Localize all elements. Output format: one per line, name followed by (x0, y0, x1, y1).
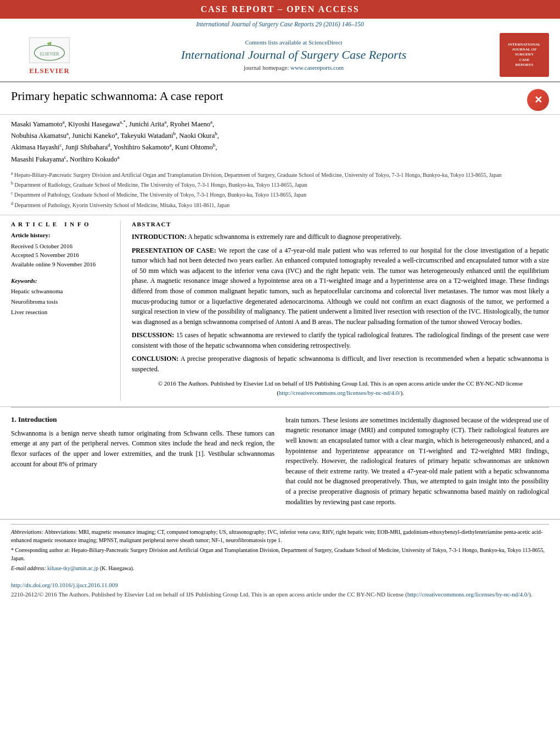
copyright-line: © 2016 The Authors. Published by Elsevie… (132, 379, 549, 398)
article-title: Primary hepatic schwannoma: A case repor… (11, 89, 516, 103)
author-watadani: Takeyuki Watadanib (120, 132, 176, 140)
main-right-column: brain tumors. These lesions are sometime… (285, 415, 549, 511)
abbreviations-footnote: Abbreviations: Abbreviations: MRI, magne… (11, 528, 549, 544)
author-hayashi: Akimasa Hayashic (11, 143, 62, 151)
top-logo-area: 🌿 ELSEVIER ELSEVIER Contents lists avail… (0, 29, 560, 82)
journal-center-info: Contents lists available at ScienceDirec… (88, 39, 500, 71)
journal-right-logo: INTERNATIONALJOURNAL OFSURGERYCASEREPORT… (500, 33, 549, 77)
email-link[interactable]: kihase-tky@umin.ac.jp (47, 565, 98, 571)
received-date: Received 5 October 2016 (11, 242, 112, 251)
homepage-url[interactable]: www.casereports.com (290, 64, 344, 71)
available-date: Available online 9 November 2016 (11, 260, 112, 269)
left-column: A R T I C L E I N F O Article history: R… (11, 221, 121, 401)
author-yamamoto: Masaki Yamamotoa (11, 120, 65, 128)
affiliation-c: c Department of Pathology, Graduate Scho… (11, 190, 549, 199)
article-title-area: Primary hepatic schwannoma: A case repor… (0, 82, 560, 115)
section1-heading: 1. Introduction (11, 415, 275, 424)
author-hasegawa: Kiyoshi Hasegawaa,* (68, 120, 126, 128)
footer-doi: http://dx.doi.org/10.1016/j.ijscr.2016.1… (11, 582, 549, 588)
author-maeno: Ryohei Maenoa (170, 120, 212, 128)
author-okura: Naoki Okurab (179, 132, 217, 140)
author-ohtomo: Kuni Ohtomob (175, 143, 216, 151)
email-footnote: E-mail address: kihase-tky@umin.ac.jp (K… (11, 564, 549, 572)
author-sakamoto: Yoshihiro Sakamotoa (114, 143, 172, 151)
svg-text:🌿: 🌿 (47, 42, 52, 46)
contents-line: Contents lists available at ScienceDirec… (88, 39, 500, 46)
homepage-line: journal homepage: www.casereports.com (88, 64, 500, 71)
footnote-area: Abbreviations: Abbreviations: MRI, magne… (0, 519, 560, 578)
article-history-label: Article history: (11, 232, 112, 238)
authors-area: Masaki Yamamotoa, Kiyoshi Hasegawaa,*, J… (0, 115, 560, 168)
keyword-2: Neurofibroma tosis (11, 297, 112, 307)
keywords-label: Keywords: (11, 277, 112, 284)
header-banner: CASE REPORT – OPEN ACCESS (0, 0, 560, 19)
main-content: 1. Introduction Schwannoma is a benign n… (0, 408, 560, 519)
author-akamatsu: Nobuhisa Akamatsua (11, 132, 69, 140)
author-shibahara: Junji Shibaharad (65, 143, 110, 151)
accepted-date: Accepted 5 November 2016 (11, 250, 112, 260)
author-kokudo: Norihiro Kokudoa (70, 155, 119, 163)
main-left-column: 1. Introduction Schwannoma is a benign n… (11, 415, 275, 511)
banner-text: CASE REPORT – OPEN ACCESS (200, 4, 359, 14)
article-info-section-title: A R T I C L E I N F O (11, 221, 112, 227)
elsevier-text-label: ELSEVIER (29, 66, 70, 75)
footnote-separator (11, 524, 549, 525)
affiliation-b: b Department of Radiology, Graduate Scho… (11, 180, 549, 189)
section1-text-left: Schwannoma is a benign nerve sheath tumo… (11, 428, 275, 469)
right-column-abstract: ABSTRACT INTRODUCTION: A hepatic schwann… (132, 221, 549, 401)
keyword-1: Hepatic schwannoma (11, 286, 112, 297)
abstract-presentation-para: PRESENTATION OF CASE: We report the case… (132, 246, 549, 327)
keywords-section: Keywords: Hepatic schwannoma Neurofibrom… (11, 277, 112, 317)
abstract-conclusion-para: CONCLUSION: A precise preoperative diagn… (132, 354, 549, 374)
doi-link[interactable]: http://dx.doi.org/10.1016/j.ijscr.2016.1… (11, 582, 118, 588)
keyword-3: Liver resection (11, 307, 112, 317)
journal-citation: International Journal of Surgery Case Re… (0, 19, 560, 29)
corresponding-footnote: * Corresponding author at: Hepato-Biliar… (11, 546, 549, 562)
section1-para2: brain tumors. These lesions are sometime… (285, 415, 549, 507)
crossmark-circle: ✕ (527, 89, 549, 111)
author-kaneko: Junichi Kanekoa (72, 132, 117, 140)
abstract-section-title: ABSTRACT (132, 221, 549, 227)
keywords-list: Hepatic schwannoma Neurofibroma tosis Li… (11, 286, 112, 317)
abstract-text: INTRODUCTION: A hepatic schwannoma is ex… (132, 232, 549, 398)
abstract-intro-para: INTRODUCTION: A hepatic schwannoma is ex… (132, 232, 549, 242)
footer-area: http://dx.doi.org/10.1016/j.ijscr.2016.1… (0, 578, 560, 602)
footer-license: 2210-2612/© 2016 The Authors. Published … (11, 590, 549, 599)
sciencedirect-link[interactable]: ScienceDirect (309, 39, 343, 46)
copyright-url[interactable]: http://creativecommons.org/licenses/by-n… (279, 389, 401, 396)
footer-license-url[interactable]: http://creativecommons.org/licenses/by-n… (407, 591, 529, 598)
affiliation-d: d Department of Pathology, Kyorin Univer… (11, 200, 549, 209)
crossmark-logo[interactable]: ✕ (527, 89, 549, 111)
svg-text:ELSEVIER: ELSEVIER (40, 51, 59, 56)
elsevier-symbol-img: 🌿 ELSEVIER (22, 35, 77, 65)
section1-text-right: brain tumors. These lesions are sometime… (285, 415, 549, 507)
article-info-abstract-section: A R T I C L E I N F O Article history: R… (0, 215, 560, 407)
elsevier-logo: 🌿 ELSEVIER ELSEVIER (11, 35, 88, 75)
author-fukayama: Masashi Fukayamac (11, 155, 66, 163)
abstract-discussion-para: DISCUSSION: 15 cases of hepatic schwanno… (132, 330, 549, 350)
affiliation-a: a Hepato-Biliary-Pancreatic Surgery Divi… (11, 170, 549, 179)
journal-title: International Journal of Surgery Case Re… (88, 48, 500, 62)
affiliations-area: a Hepato-Biliary-Pancreatic Surgery Divi… (0, 168, 560, 215)
author-arita: Junichi Aritaa (129, 120, 166, 128)
section1-para1: Schwannoma is a benign nerve sheath tumo… (11, 428, 275, 469)
